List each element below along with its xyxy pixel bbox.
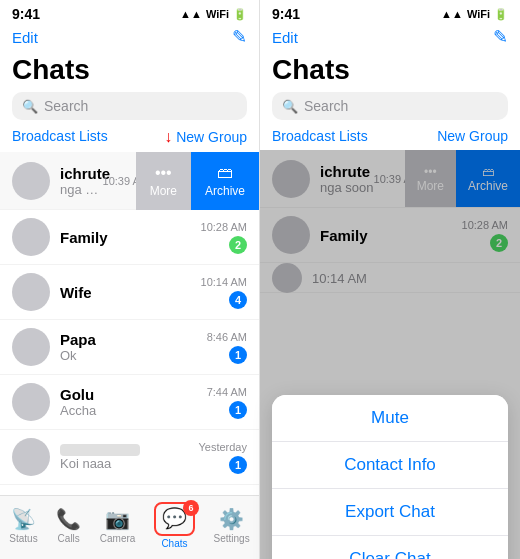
status-bar-left: 9:41 ▲▲ WiFi 🔋 [0,0,259,24]
contact-info-button[interactable]: Contact Info [272,442,508,489]
table-row[interactable]: Family 10:28 AM 2 [0,210,259,265]
chat-time: 7:44 AM [207,386,247,398]
chats-title-left: Chats [0,54,259,92]
chat-content: Wife [60,284,201,301]
chat-header-left: Edit ✎ [0,24,259,54]
chat-badge: 1 [229,346,247,364]
battery-icon: 🔋 [233,8,247,21]
avatar [12,218,50,256]
avatar [12,383,50,421]
chat-badge: 2 [229,236,247,254]
chat-name: Papa [60,331,207,348]
search-bar-right[interactable]: 🔍 Search [272,92,508,120]
signal-icon: ▲▲ [180,8,202,20]
avatar [12,162,50,200]
chat-preview: Ok [60,348,207,363]
chat-time: 8:46 AM [207,331,247,343]
search-placeholder-right: Search [304,98,348,114]
chat-meta: 10:14 AM 4 [201,276,247,309]
table-row[interactable]: Papa Ok 8:46 AM 1 [0,320,259,375]
chat-meta: 8:46 AM 1 [207,331,247,364]
table-row[interactable]: Golu Accha 7:44 AM 1 [0,375,259,430]
chat-header-right: Edit ✎ [260,24,520,54]
chat-content: Family [60,229,201,246]
chat-content: Koi naaa [60,444,198,471]
export-chat-button[interactable]: Export Chat [272,489,508,536]
new-group-button-left[interactable]: New Group [176,129,247,145]
chats-count-badge: 6 [183,500,199,516]
chat-preview: Koi naaa [60,456,198,471]
left-panel: 9:41 ▲▲ WiFi 🔋 Edit ✎ Chats 🔍 Search Bro… [0,0,260,559]
chat-list-left: ichrute nga soon 10:39 AM ••• More 🗃 Arc… [0,152,259,495]
chats-nav-box: 💬 6 [154,502,195,536]
edit-button-right[interactable]: Edit [272,29,298,46]
nav-camera[interactable]: 📷 Camera [100,507,136,544]
avatar [12,438,50,476]
table-row[interactable]: ichrute nga soon 10:39 AM ••• More 🗃 Arc… [0,152,259,210]
chat-preview: Accha [60,403,207,418]
chat-name: Wife [60,284,201,301]
time-right: 9:41 [272,6,300,22]
chat-time: Yesterday [198,441,247,453]
arrow-indicator: ↓ [164,128,172,146]
more-swipe-button[interactable]: ••• More [136,152,191,210]
wifi-icon-right: WiFi [467,8,490,20]
chat-meta: 10:28 AM 2 [201,221,247,254]
status-icons-right: ▲▲ WiFi 🔋 [441,8,508,21]
avatar [12,273,50,311]
chat-badge: 1 [229,456,247,474]
chat-preview: nga soon [60,182,103,197]
broadcast-row-left: Broadcast Lists ↓ New Group [0,128,259,152]
mute-button[interactable]: Mute [272,395,508,442]
table-row[interactable]: Koi naaa Yesterday 1 [0,430,259,485]
search-bar-left[interactable]: 🔍 Search [12,92,247,120]
nav-chats-label: Chats [161,538,187,549]
chat-badge: 4 [229,291,247,309]
nav-chats[interactable]: 💬 6 Chats [154,502,195,549]
chat-meta: Yesterday 1 [198,441,247,474]
table-row[interactable]: Wife 10:14 AM 4 [0,265,259,320]
nav-settings-label: Settings [214,533,250,544]
status-bar-right: 9:41 ▲▲ WiFi 🔋 [260,0,520,24]
broadcast-lists-left[interactable]: Broadcast Lists [12,128,108,146]
settings-nav-icon: ⚙️ [219,507,244,531]
more-label: More [150,184,177,198]
nav-settings[interactable]: ⚙️ Settings [214,507,250,544]
nav-status[interactable]: 📡 Status [9,507,37,544]
clear-chat-button[interactable]: Clear Chat [272,536,508,559]
context-menu: Mute Contact Info Export Chat Clear Chat… [272,395,508,559]
right-panel: 9:41 ▲▲ WiFi 🔋 Edit ✎ Chats 🔍 Search Bro… [260,0,520,559]
chat-meta: 7:44 AM 1 [207,386,247,419]
nav-calls-label: Calls [58,533,80,544]
chat-name: ichrute [60,165,103,182]
swipe-actions: ••• More 🗃 Archive [136,152,259,209]
status-icons-left: ▲▲ WiFi 🔋 [180,8,247,21]
chat-content: Papa Ok [60,331,207,363]
nav-status-label: Status [9,533,37,544]
archive-swipe-button[interactable]: 🗃 Archive [191,152,259,210]
chat-badge: 1 [229,401,247,419]
more-dots-icon: ••• [155,164,172,182]
search-placeholder-left: Search [44,98,88,114]
edit-button-left[interactable]: Edit [12,29,38,46]
calls-nav-icon: 📞 [56,507,81,531]
chat-name: Golu [60,386,207,403]
camera-nav-icon: 📷 [105,507,130,531]
broadcast-row-right: Broadcast Lists New Group [260,128,520,150]
chat-time: 10:28 AM [201,221,247,233]
battery-icon-right: 🔋 [494,8,508,21]
avatar [12,328,50,366]
signal-icon-right: ▲▲ [441,8,463,20]
nav-calls[interactable]: 📞 Calls [56,507,81,544]
status-nav-icon: 📡 [11,507,36,531]
chat-time: 10:14 AM [201,276,247,288]
broadcast-lists-right[interactable]: Broadcast Lists [272,128,368,144]
chat-content: ichrute nga soon [60,165,103,197]
nav-camera-label: Camera [100,533,136,544]
new-group-button-right[interactable]: New Group [437,128,508,144]
bottom-nav-left: 📡 Status 📞 Calls 📷 Camera 💬 6 Chats ⚙️ S… [0,495,259,559]
compose-icon-left[interactable]: ✎ [232,26,247,48]
chat-name: Family [60,229,201,246]
archive-label: Archive [205,184,245,198]
compose-icon-right[interactable]: ✎ [493,26,508,48]
